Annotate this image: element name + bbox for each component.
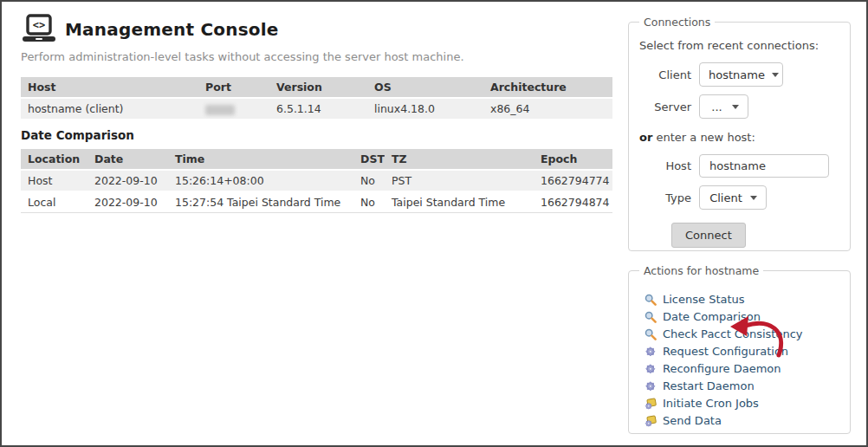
magnifier-icon xyxy=(645,311,657,323)
management-console-window: <> Management Console Perform administra… xyxy=(0,0,868,447)
port-cell xyxy=(198,97,269,119)
chevron-down-icon xyxy=(732,105,739,109)
gear-icon xyxy=(645,346,657,358)
chevron-down-icon xyxy=(750,196,757,200)
client-label: Client xyxy=(638,68,691,81)
action-request-configuration[interactable]: Request Configuration xyxy=(645,345,841,358)
col-header-host: Host xyxy=(21,77,198,97)
page-subtitle: Perform administration-level tasks witho… xyxy=(21,50,612,63)
recent-connections-label: Select from recent connections: xyxy=(639,39,841,52)
host-input[interactable] xyxy=(699,154,829,178)
action-restart-daemon[interactable]: Restart Daemon xyxy=(645,379,841,392)
svg-text:<>: <> xyxy=(33,19,45,31)
connections-legend: Connections xyxy=(639,16,715,29)
main-content: <> Management Console Perform administra… xyxy=(21,14,612,213)
col-header-os: OS xyxy=(367,77,483,97)
epoch-value: 1662794874 xyxy=(534,191,612,213)
dst-value: No xyxy=(353,169,385,191)
client-select[interactable]: hostname xyxy=(699,62,783,87)
gear-icon xyxy=(645,380,657,392)
col-header-dst: DST xyxy=(353,149,385,169)
client-row: Client hostname xyxy=(638,62,841,87)
location-value: Host xyxy=(21,169,87,191)
server-row: Server ... xyxy=(638,94,841,119)
host-row: Host xyxy=(638,154,841,178)
col-header-date: Date xyxy=(87,149,168,169)
type-label: Type xyxy=(638,191,691,204)
host-info-table: Host Port Version OS Architecture hostna… xyxy=(21,77,612,119)
host-table-header-row: Host Port Version OS Architecture xyxy=(21,77,612,97)
col-header-architecture: Architecture xyxy=(483,77,612,97)
col-header-version: Version xyxy=(269,77,367,97)
os-value: linux4.18.0 xyxy=(367,97,483,119)
connect-button[interactable]: Connect xyxy=(671,223,746,248)
col-header-port: Port xyxy=(198,77,269,97)
port-redacted-value xyxy=(205,105,235,115)
time-value: 15:27:54 Taipei Standard Time xyxy=(168,191,353,213)
architecture-value: x86_64 xyxy=(483,97,612,119)
epoch-value: 1662794774 xyxy=(534,169,612,191)
tz-value: Taipei Standard Time xyxy=(385,191,534,213)
table-row: Host 2022-09-10 15:26:14+08:00 No PST 16… xyxy=(21,169,612,191)
actions-list: License Status Date Comparison Check Pac… xyxy=(645,293,841,427)
actions-legend: Actions for hostname xyxy=(639,264,763,277)
gear-icon xyxy=(645,363,657,375)
type-row: Type Client xyxy=(638,185,841,210)
page-title: Management Console xyxy=(65,19,279,40)
action-check-pacct-consistency[interactable]: Check Pacct Consistency xyxy=(645,327,841,340)
time-value: 15:26:14+08:00 xyxy=(168,169,353,191)
date-comparison-title: Date Comparison xyxy=(21,128,612,142)
type-select[interactable]: Client xyxy=(699,185,767,210)
right-panel: Connections Select from recent connectio… xyxy=(628,16,851,434)
host-label: Host xyxy=(638,159,691,172)
action-initiate-cron-jobs[interactable]: Initiate Cron Jobs xyxy=(645,397,841,410)
laptop-code-icon: <> xyxy=(21,14,57,49)
card-gear-icon xyxy=(645,398,657,410)
server-select-value: ... xyxy=(709,100,725,113)
table-row: hostname (client) 6.5.1.14 linux4.18.0 x… xyxy=(21,97,612,119)
actions-panel: Actions for hostname License Status Date… xyxy=(628,264,851,434)
server-label: Server xyxy=(638,100,691,113)
host-value: hostname (client) xyxy=(21,97,198,119)
action-reconfigure-daemon[interactable]: Reconfigure Daemon xyxy=(645,362,841,375)
date-comparison-table: Location Date Time DST TZ Epoch Host 202… xyxy=(21,149,612,213)
action-send-data[interactable]: Send Data xyxy=(645,414,841,427)
new-host-label: or enter a new host: xyxy=(639,131,841,144)
connections-panel: Connections Select from recent connectio… xyxy=(628,16,851,251)
card-gear-icon xyxy=(645,415,657,427)
col-header-tz: TZ xyxy=(385,149,534,169)
version-value: 6.5.1.14 xyxy=(269,97,367,119)
dst-value: No xyxy=(353,191,385,213)
magnifier-icon xyxy=(645,328,657,340)
date-value: 2022-09-10 xyxy=(87,191,168,213)
type-select-value: Client xyxy=(709,191,743,204)
magnifier-icon xyxy=(645,294,657,306)
location-value: Local xyxy=(21,191,87,213)
table-row: Local 2022-09-10 15:27:54 Taipei Standar… xyxy=(21,191,612,213)
col-header-location: Location xyxy=(21,149,87,169)
tz-value: PST xyxy=(385,169,534,191)
col-header-time: Time xyxy=(168,149,353,169)
page-header: <> Management Console xyxy=(21,14,612,49)
date-value: 2022-09-10 xyxy=(87,169,168,191)
chevron-down-icon xyxy=(772,73,779,77)
action-license-status[interactable]: License Status xyxy=(645,293,841,306)
date-table-header-row: Location Date Time DST TZ Epoch xyxy=(21,149,612,169)
col-header-epoch: Epoch xyxy=(534,149,612,169)
action-date-comparison[interactable]: Date Comparison xyxy=(645,310,841,323)
server-select[interactable]: ... xyxy=(699,94,748,119)
client-select-value: hostname xyxy=(709,68,765,81)
